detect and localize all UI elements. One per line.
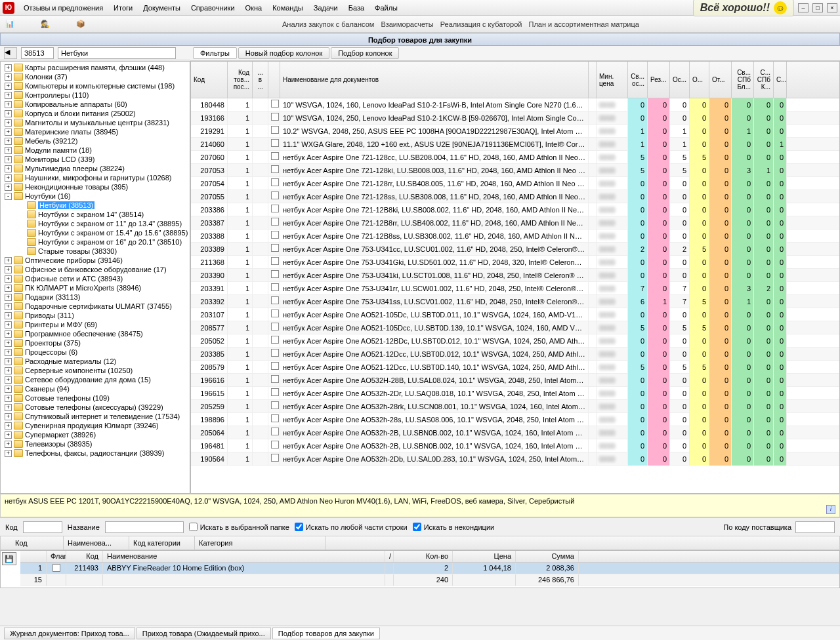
- tree-label[interactable]: Ноутбуки с экраном 14" (38514): [38, 210, 144, 218]
- menu-Окна[interactable]: Окна: [240, 1, 268, 14]
- bottom-col[interactable]: Код: [11, 536, 64, 550]
- expand-icon[interactable]: +: [5, 257, 12, 264]
- toolbar-link[interactable]: План и ассортиментная матрица: [528, 20, 639, 28]
- expand-icon[interactable]: +: [5, 129, 12, 136]
- table-row[interactable]: 1966161нетбук Acer Aspire One AO532H-28B…: [191, 374, 839, 387]
- expand-icon[interactable]: +: [5, 64, 12, 71]
- table-row[interactable]: 2033911нетбук Acer Aspire One 753-U341rr…: [191, 282, 839, 295]
- tree-label[interactable]: Сувенирная продукция Юлмарт (39246): [25, 422, 159, 430]
- tree-label[interactable]: Подарки (33113): [25, 293, 80, 301]
- search-name-input[interactable]: [105, 521, 184, 533]
- bottom-col[interactable]: Категория: [195, 536, 326, 550]
- table-row[interactable]: 2085791нетбук Acer Aspire One AO521-12Dc…: [191, 361, 839, 374]
- tree-label[interactable]: Мониторы LCD (339): [25, 155, 94, 163]
- tree-label[interactable]: Процессоры (6): [25, 348, 77, 356]
- tree-label[interactable]: Телефоны, факсы, радиостанции (38939): [25, 449, 164, 457]
- supplier-code-input[interactable]: [795, 521, 835, 533]
- tree-label[interactable]: Ноутбуки (16): [25, 192, 71, 200]
- menu-Отзывы и предложения[interactable]: Отзывы и предложения: [18, 1, 108, 14]
- menu-Задачи[interactable]: Задачи: [308, 1, 343, 14]
- grid-col-header[interactable]: С...: [774, 62, 787, 98]
- expand-icon[interactable]: +: [5, 156, 12, 163]
- search-code-input[interactable]: [23, 521, 62, 533]
- expand-icon[interactable]: +: [5, 110, 12, 117]
- expand-icon[interactable]: +: [5, 340, 12, 347]
- menu-Документы[interactable]: Документы: [138, 1, 186, 14]
- table-row[interactable]: 2033861нетбук Acer Aspire One 721-12B8ki…: [191, 203, 839, 216]
- cart-col[interactable]: Код: [66, 551, 103, 562]
- toolbar-link[interactable]: Анализ закупок с балансом: [282, 20, 374, 28]
- tree-label[interactable]: Компьютеры и компьютерные системы (198): [25, 82, 175, 90]
- tree-label[interactable]: Мультимедиа плееры (38224): [25, 165, 125, 172]
- expand-icon[interactable]: +: [5, 119, 12, 127]
- table-row[interactable]: 2070531нетбук Acer Aspire One 721-128ki,…: [191, 164, 839, 177]
- tool-icon-2[interactable]: 🕵️: [41, 20, 50, 28]
- tree-label[interactable]: Контроллеры (110): [25, 91, 89, 99]
- status-tab[interactable]: Журнал документов: Приход това...: [4, 628, 135, 639]
- tree-label[interactable]: Колонки (37): [25, 73, 68, 81]
- tree-label[interactable]: Оптические приборы (39146): [25, 256, 123, 264]
- search-anypart-checkbox[interactable]: [295, 523, 303, 531]
- tree-label[interactable]: Мебель (39212): [25, 137, 77, 145]
- info-icon[interactable]: i: [826, 505, 835, 514]
- cart-col[interactable]: Наименование: [103, 551, 385, 562]
- table-row[interactable]: 2033881нетбук Acer Aspire One 721-12B8ss…: [191, 230, 839, 243]
- expand-icon[interactable]: +: [5, 349, 12, 356]
- grid-col-header[interactable]: Мин. цена: [597, 62, 628, 98]
- tree-label[interactable]: Телевизоры (38935): [25, 440, 92, 448]
- table-row[interactable]: 1905641нетбук Acer Aspire One AO532h-2Db…: [191, 452, 839, 466]
- tool-icon-1[interactable]: 📊: [5, 20, 14, 28]
- menu-Команды[interactable]: Команды: [267, 1, 308, 14]
- toolbar-link[interactable]: Взаиморасчеты: [381, 20, 433, 28]
- table-row[interactable]: 2033851нетбук Acer Aspire One AO521-12Dc…: [191, 348, 839, 361]
- filter-tab[interactable]: Подбор колонок: [331, 47, 399, 59]
- expand-icon[interactable]: +: [5, 101, 12, 108]
- status-tab[interactable]: Подбор товаров для закупки: [272, 628, 380, 639]
- menu-Файлы[interactable]: Файлы: [369, 1, 403, 14]
- expand-icon[interactable]: +: [5, 404, 12, 411]
- tree-label[interactable]: Корпуса и блоки питания (25002): [25, 110, 136, 117]
- tree-label[interactable]: Приводы (311): [25, 311, 74, 319]
- table-row[interactable]: 1964811нетбук Acer Aspire One AO532h-2B,…: [191, 439, 839, 452]
- filter-tab[interactable]: Фильтры: [193, 47, 237, 59]
- expand-icon[interactable]: +: [5, 376, 12, 384]
- tree-label[interactable]: Наушники, микрофоны и гарнитуры (10268): [25, 174, 171, 182]
- menu-Справочники[interactable]: Справочники: [186, 1, 240, 14]
- tree-label[interactable]: ПК ЮЛМАРТ и MicroXperts (38946): [25, 284, 141, 292]
- table-row[interactable]: 2031071нетбук Acer Aspire One AO521-105D…: [191, 308, 839, 321]
- grid-col-header[interactable]: Код тов... пос...: [228, 62, 253, 98]
- tree-label[interactable]: Сетевое оборудование для дома (15): [25, 376, 151, 384]
- table-row[interactable]: 2033891нетбук Acer Aspire One 753-U341cc…: [191, 243, 839, 256]
- grid-col-header[interactable]: ... в ...: [253, 62, 268, 98]
- table-row[interactable]: 180448110" WSVGA, 1024, 160, Lenovo Idea…: [191, 98, 839, 111]
- grid-col-header[interactable]: Код: [191, 62, 228, 98]
- table-row[interactable]: 2070601нетбук Acer Aspire One 721-128cc,…: [191, 151, 839, 164]
- table-row[interactable]: 2033871нетбук Acer Aspire One 721-12B8rr…: [191, 216, 839, 230]
- table-row[interactable]: 2033901нетбук Acer Aspire One 753-U341ki…: [191, 269, 839, 282]
- filter-tab[interactable]: Новый подбор колонок: [238, 47, 329, 59]
- expand-icon[interactable]: -: [5, 193, 12, 200]
- tree-label[interactable]: Материнские платы (38945): [25, 128, 118, 136]
- cart-col[interactable]: /: [385, 551, 394, 562]
- menu-Итоги[interactable]: Итоги: [108, 1, 138, 14]
- expand-icon[interactable]: +: [5, 312, 12, 319]
- table-row[interactable]: 2070551нетбук Acer Aspire One 721-128ss,…: [191, 190, 839, 203]
- tree-label[interactable]: Нетбуки (38513): [38, 201, 94, 209]
- tree-label[interactable]: Расходные материалы (12): [25, 357, 116, 365]
- name-input[interactable]: [58, 47, 176, 59]
- toolbar-link[interactable]: Реализация с кубаторой: [440, 20, 522, 28]
- table-row[interactable]: 2033921нетбук Acer Aspire One 753-U341ss…: [191, 295, 839, 308]
- bottom-col[interactable]: Наименова...: [64, 536, 129, 550]
- grid-body[interactable]: 180448110" WSVGA, 1024, 160, Lenovo Idea…: [191, 98, 839, 493]
- expand-icon[interactable]: +: [5, 441, 12, 448]
- cart-col[interactable]: Цена: [453, 551, 516, 562]
- expand-icon[interactable]: +: [5, 413, 12, 420]
- grid-col-header[interactable]: С... СПб К...: [754, 62, 774, 98]
- tree-label[interactable]: Копировальные аппараты (60): [25, 100, 127, 108]
- tree-label[interactable]: Сотовые телефоны (аксессуары) (39229): [25, 403, 163, 411]
- grid-col-header[interactable]: Св... СПб Бл...: [732, 62, 754, 98]
- expand-icon[interactable]: +: [5, 285, 12, 292]
- close-button[interactable]: ×: [827, 3, 837, 12]
- cart-col[interactable]: Сумма: [516, 551, 579, 562]
- grid-col-header[interactable]: Рез...: [648, 62, 670, 98]
